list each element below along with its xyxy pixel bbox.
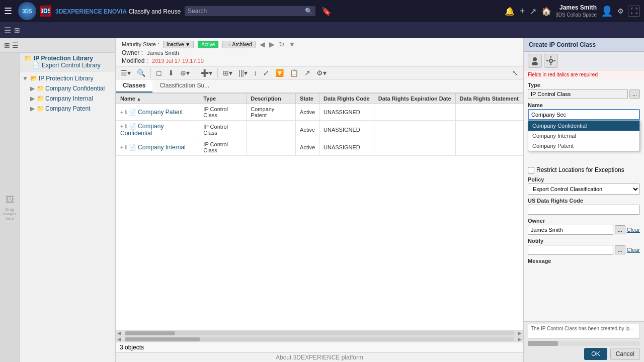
h-scroll-thumb[interactable] [125, 331, 175, 335]
group-btn[interactable]: ⊕▾ [178, 68, 192, 78]
col-description[interactable]: Description [247, 94, 296, 104]
bookmark-icon[interactable]: 🔖 [321, 7, 332, 16]
grid-icon[interactable]: ⊞ [4, 41, 10, 49]
secondary-hamburger[interactable]: ☰ [4, 26, 11, 35]
name-input[interactable] [528, 109, 640, 120]
notify-clear-btn[interactable]: Clear [627, 247, 640, 253]
tree-item-company-confidential[interactable]: ▶ 📁 Company Confidential [20, 83, 115, 94]
select-btn[interactable]: ◻ [154, 68, 164, 78]
table-row[interactable]: + ℹ 📄 Company Patent IP Control Class Co… [116, 104, 523, 121]
row-info-icon[interactable]: ℹ [125, 123, 127, 130]
select-down-btn[interactable]: ⬇ [166, 68, 176, 78]
owner-clear-btn[interactable]: Clear [627, 227, 640, 233]
search-bar[interactable]: 🔍 [185, 6, 315, 16]
search-icon[interactable]: 🔍 [305, 8, 312, 15]
row-info-icon[interactable]: ℹ [125, 144, 127, 151]
restrict-checkbox[interactable] [528, 167, 534, 173]
horizontal-scrollbar[interactable]: ◀ ▶ [116, 330, 523, 336]
rp-person-icon[interactable] [528, 54, 542, 68]
search-toolbar-btn[interactable]: 🔍 [135, 68, 147, 78]
columns-btn[interactable]: |||▾ [236, 68, 250, 78]
cancel-button[interactable]: Cancel [610, 348, 640, 360]
row-add-btn[interactable]: + [120, 145, 123, 150]
us-rights-code-input[interactable] [528, 205, 640, 215]
inactive-btn[interactable]: Inactive ▼ [163, 41, 194, 48]
expand-btn[interactable]: ⤢ [261, 68, 271, 78]
footer-scroll-thumb[interactable] [528, 341, 558, 346]
row-info-icon[interactable]: ℹ [125, 109, 127, 116]
filter-btn[interactable]: 🔽 [273, 68, 286, 78]
fullscreen-icon[interactable]: ⛶ [628, 6, 640, 17]
tree-item-company-internal[interactable]: ▶ 📁 Company Internal [20, 94, 115, 104]
tools-btn[interactable]: ⚙▾ [314, 68, 329, 78]
owner-label: Owner [528, 218, 640, 224]
avatar-icon[interactable]: 👤 [601, 5, 613, 17]
share-icon[interactable]: ↗ [530, 7, 536, 16]
library-header: 📁 IP Protection Library 📄 Export Control… [20, 53, 115, 71]
expand-panel-btn[interactable]: ⤡ [510, 68, 520, 78]
bottom-h-scroll[interactable]: ◀ ▶ [116, 336, 523, 342]
add-btn[interactable]: ➕▾ [198, 68, 214, 78]
row-name-link[interactable]: Company Internal [138, 144, 186, 151]
row-name-link[interactable]: Company Patent [138, 109, 183, 116]
col-name[interactable]: Name [116, 94, 199, 104]
bottom-h-scroll-thumb[interactable] [125, 337, 200, 341]
library-title[interactable]: 📁 IP Protection Library [24, 55, 111, 62]
ok-button[interactable]: OK [584, 348, 607, 360]
add-icon[interactable]: + [520, 6, 525, 17]
sep-2 [195, 68, 195, 78]
notify-browse-btn[interactable]: ... [615, 245, 625, 254]
notify-label: Notify [528, 238, 640, 244]
refresh-btn[interactable]: ↻ [279, 40, 285, 48]
hamburger-menu[interactable]: ☰ [4, 6, 12, 17]
nav-next-btn[interactable]: ▶ [269, 40, 275, 48]
cell-expiry-2 [374, 139, 455, 156]
autocomplete-item-company-internal[interactable]: Company Internal [528, 131, 639, 141]
table-row[interactable]: + ℹ 📄 Company Internal IP Control Class … [116, 139, 523, 156]
owner-browse-btn[interactable]: ... [615, 225, 625, 234]
notify-input[interactable] [528, 245, 613, 255]
export-btn[interactable]: ↗ [302, 68, 312, 78]
svg-point-4 [549, 59, 552, 62]
col-rights-code[interactable]: Data Rights Code [319, 94, 374, 104]
policy-select[interactable]: Export Control Classification [528, 184, 640, 195]
collab-space: 3DS Collab Space [555, 12, 597, 19]
row-add-btn[interactable]: + [120, 124, 123, 129]
tree-item-company-patent[interactable]: ▶ 📁 Company Patent [20, 104, 115, 114]
nav-prev-btn[interactable]: ◀ [260, 40, 265, 48]
search-input[interactable] [188, 8, 303, 15]
notification-icon[interactable]: 🔔 [505, 7, 515, 16]
cell-type-2: IP Control Class [199, 139, 247, 156]
view-btn[interactable]: ☰▾ [119, 68, 133, 78]
row-add-btn[interactable]: + [120, 110, 123, 115]
tab-classes[interactable]: Classes [116, 79, 152, 93]
home-icon[interactable]: 🏠 [541, 7, 551, 16]
table-header-row: Name Type Description State Data Rights … [116, 94, 523, 104]
archived-btn[interactable]: → Archived [222, 41, 255, 48]
list-icon[interactable]: ☰ [12, 41, 19, 49]
footer-scrollbar[interactable] [528, 341, 640, 346]
move-btn[interactable]: ↕ [252, 68, 259, 78]
classify-btn[interactable]: 📋 [288, 68, 300, 78]
owner-input[interactable] [528, 225, 613, 235]
cell-stmt-1 [455, 121, 523, 139]
rp-settings-icon[interactable] [544, 54, 558, 68]
tree-item-ip-protection[interactable]: ▼ 📂 IP Protection Library [20, 73, 115, 83]
row-doc-icon: 📄 [129, 109, 136, 116]
tab-classification[interactable]: Classification Su... [152, 79, 216, 93]
user-settings-icon[interactable]: ⚙ [617, 7, 624, 15]
col-expiration[interactable]: Data Rights Expiration Date [374, 94, 455, 104]
export-control-link[interactable]: 📄 Export Control Library [24, 62, 111, 69]
active-btn[interactable]: Active [198, 41, 218, 48]
autocomplete-item-company-confidential[interactable]: Company Confidential [528, 121, 639, 131]
more-btn[interactable]: ▼ [289, 40, 296, 48]
type-input[interactable] [528, 89, 628, 99]
col-state[interactable]: State [296, 94, 319, 104]
type-browse-btn[interactable]: ... [629, 89, 640, 99]
table-btn[interactable]: ⊞▾ [221, 68, 234, 78]
col-statement[interactable]: Data Rights Statement [455, 94, 523, 104]
secondary-expand-icon[interactable]: ⊞ [14, 26, 20, 34]
table-row[interactable]: + ℹ 📄 Company Confidential IP Control Cl… [116, 121, 523, 139]
autocomplete-item-company-patent[interactable]: Company Patent [528, 141, 639, 151]
col-type[interactable]: Type [199, 94, 247, 104]
